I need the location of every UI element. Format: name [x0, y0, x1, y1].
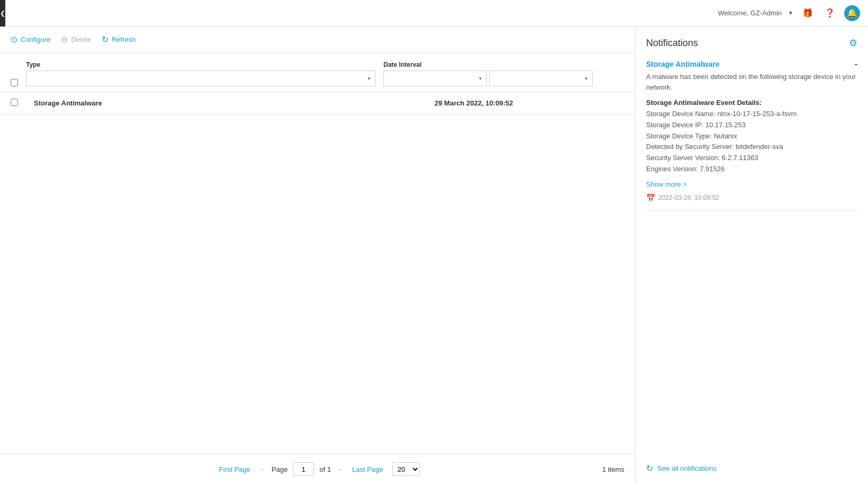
welcome-text: Welcome, GZ-Admin — [718, 9, 782, 17]
notification-details-title: Storage Antimalware Event Details: — [646, 99, 857, 107]
refresh-icon: ↻ — [102, 34, 109, 45]
configure-button[interactable]: ⊙ Configure — [11, 34, 50, 45]
notification-collapse-icon: - — [855, 59, 857, 69]
notification-title-text: Storage Antimalware — [646, 60, 720, 68]
notification-item: Storage Antimalware - A malware has been… — [646, 59, 857, 210]
calendar-icon: 📅 — [646, 193, 655, 202]
notifications-spacer — [646, 213, 857, 453]
type-filter-label: Type — [26, 61, 375, 68]
page-size-select[interactable]: 20 10 50 100 — [392, 462, 420, 476]
page-input[interactable] — [293, 462, 314, 476]
user-dropdown-icon[interactable]: ▼ — [788, 10, 793, 16]
date-from-wrapper — [383, 71, 487, 86]
timestamp-text: 2022-03-29, 10:09:52 — [658, 194, 719, 201]
type-filter-group: Type — [26, 61, 375, 86]
main-layout: ⊙ Configure ⊖ Delete ↻ Refresh Type — [0, 27, 868, 484]
back-arrow-icon: ❮ — [0, 10, 5, 17]
gift-icon[interactable]: 🎁 — [800, 5, 816, 21]
date-to-wrapper — [489, 71, 593, 86]
toolbar: ⊙ Configure ⊖ Delete ↻ Refresh — [0, 27, 635, 53]
sidebar-toggle[interactable]: ❮ — [0, 0, 5, 27]
of-label: of 1 — [319, 465, 331, 473]
notification-timestamp: 📅 2022-03-29, 10:09:52 — [646, 193, 857, 202]
configure-icon: ⊙ — [11, 34, 17, 45]
select-all-checkbox[interactable] — [11, 79, 18, 86]
pagination: First Page ← Page of 1 → Last Page 20 10… — [0, 454, 635, 484]
notification-details-body: Storage Device Name: ntnx-10-17-15-253-a… — [646, 109, 857, 175]
next-arrow-icon: → — [336, 465, 343, 473]
items-count: 1 items — [602, 465, 624, 473]
table-area: Type Date Interval — [0, 53, 635, 454]
date-from-select[interactable] — [383, 71, 487, 86]
notifications-bell-icon[interactable]: 🔔 — [844, 5, 860, 21]
delete-icon: ⊖ — [61, 34, 68, 45]
last-page-button[interactable]: Last Page — [348, 463, 388, 476]
date-filter-group: Date Interval — [383, 61, 593, 86]
row-checkbox[interactable] — [11, 99, 18, 106]
notifications-panel: Notifications ⚙ Storage Antimalware - A … — [635, 27, 868, 484]
notification-description: A malware has been detected on the follo… — [646, 72, 857, 92]
page-label: Page — [272, 465, 288, 473]
notifications-gear-icon[interactable]: ⚙ — [849, 37, 857, 49]
content-area: ⊙ Configure ⊖ Delete ↻ Refresh Type — [0, 27, 635, 484]
help-icon[interactable]: ❓ — [822, 5, 838, 21]
see-all-label: See all notifications — [657, 464, 717, 472]
type-select[interactable] — [26, 71, 375, 86]
date-to-select[interactable] — [489, 71, 593, 86]
date-interval-label: Date Interval — [383, 61, 593, 68]
show-more-link[interactable]: Show more > — [646, 180, 857, 188]
top-header: ❮ Welcome, GZ-Admin ▼ 🎁 ❓ 🔔 — [0, 0, 868, 27]
notification-item-title[interactable]: Storage Antimalware - — [646, 59, 857, 69]
prev-arrow-icon: ← — [260, 465, 266, 473]
refresh-button[interactable]: ↻ Refresh — [102, 34, 136, 45]
delete-button[interactable]: ⊖ Delete — [61, 34, 91, 45]
notifications-header: Notifications ⚙ — [646, 37, 857, 49]
see-all-notifications-link[interactable]: ↻ See all notifications — [646, 453, 857, 473]
row-checkbox-cell — [0, 92, 23, 115]
date-selects-row — [383, 71, 593, 86]
first-page-button[interactable]: First Page — [215, 463, 255, 476]
refresh-label: Refresh — [112, 36, 136, 43]
see-all-icon: ↻ — [646, 463, 653, 473]
type-select-wrapper — [26, 71, 375, 86]
row-date-cell: 29 March 2022, 10:09:52 — [312, 92, 635, 115]
configure-label: Configure — [21, 36, 50, 43]
row-name-cell: Storage Antimalware — [23, 92, 312, 115]
notifications-title: Notifications — [646, 38, 698, 49]
delete-label: Delete — [71, 36, 91, 43]
table-row: Storage Antimalware 29 March 2022, 10:09… — [0, 92, 635, 115]
data-table: Storage Antimalware 29 March 2022, 10:09… — [0, 92, 635, 115]
header-right-section: Welcome, GZ-Admin ▼ 🎁 ❓ 🔔 — [718, 5, 860, 21]
filter-row: Type Date Interval — [0, 53, 635, 92]
